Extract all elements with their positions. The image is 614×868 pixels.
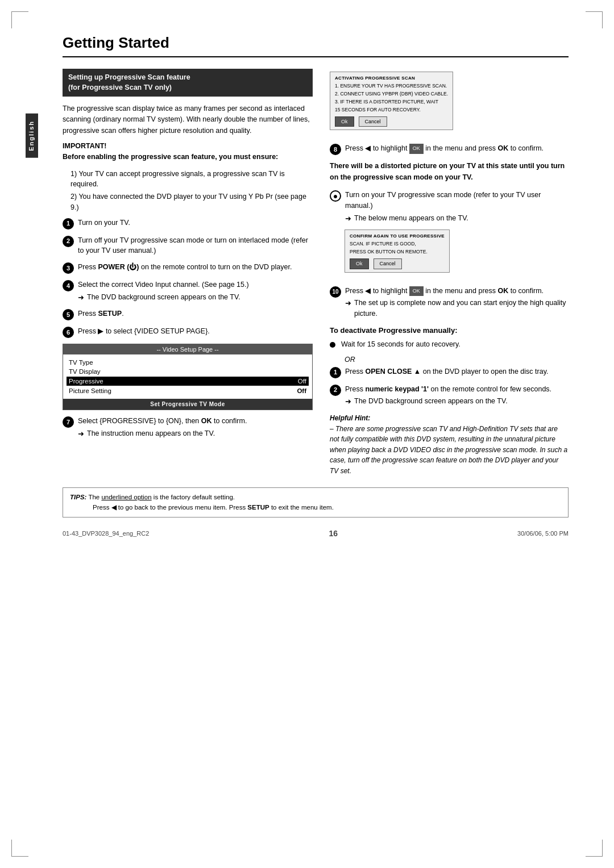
step-3-content: Press POWER (⏻) on the remote control to…: [78, 262, 313, 273]
screen2-line2: PRESS OK BUTTON ON REMOTE.: [350, 249, 445, 256]
right-step-8: 8 Press ◀ to highlight OK in the menu an…: [330, 143, 569, 155]
corner-mark-br: [586, 840, 603, 857]
corner-mark-tl: [11, 11, 28, 28]
tips-line2: Press ◀ to go back to the previous menu …: [93, 504, 334, 511]
screen2-ok-btn: Ok: [350, 258, 369, 269]
hint-body: – There are some progressive scan TV and…: [330, 424, 569, 477]
footer-left: 01-43_DVP3028_94_eng_RC2: [63, 530, 149, 537]
step-num-3: 3: [63, 262, 74, 274]
screen1-line2: 2. CONNECT USING YPBPR (DBR) VIDEO CABLE…: [335, 91, 448, 98]
step-2: 2 Turn off your TV progressive scan mode…: [63, 235, 313, 257]
step-num-10: 10: [330, 286, 341, 298]
left-column: Setting up Progressive Scan feature (for…: [63, 69, 313, 476]
step-num-1: 1: [63, 218, 74, 229]
step-num-7: 7: [63, 416, 74, 428]
step-num-9-circle: ●: [330, 190, 341, 202]
screen1-cancel-btn: Cancel: [359, 116, 387, 127]
setup-row-progressive: ProgressiveOff: [67, 377, 309, 386]
important-item-2: 2) You have connected the DVD player to …: [70, 191, 313, 213]
screen2-line1: SCAN. IF PICTURE IS GOOD,: [350, 241, 445, 248]
step-10-content: Press ◀ to highlight OK in the menu and …: [345, 286, 569, 319]
step-1: 1 Turn on your TV.: [63, 218, 313, 229]
screen1-line4: 15 SECONDS FOR AUTO RECOVERY.: [335, 107, 448, 114]
helpful-hint: Helpful Hint: – There are some progressi…: [330, 413, 569, 477]
step-7-content: Select {PROGRESSIVE} to {ON}, then OK to…: [78, 416, 313, 439]
deactivate-step-num-2: 2: [330, 385, 341, 396]
sidebar-english-label: English: [26, 114, 38, 158]
footer-right: 30/06/06, 5:00 PM: [517, 530, 569, 537]
bold-warning: There will be a distorted picture on you…: [330, 161, 569, 183]
step-num-2: 2: [63, 236, 74, 247]
setup-row-tvdisplay: TV Display: [69, 367, 306, 376]
step-6-content: Press ▶ to select {VIDEO SETUP PAGE}.: [78, 326, 313, 337]
deactivate-step-1: 1 Press OPEN CLOSE ▲ on the DVD player t…: [330, 366, 569, 378]
screen2-buttons: Ok Cancel: [350, 258, 445, 269]
tips-box: TIPS: The underlined option is the facto…: [63, 487, 569, 518]
step-8-content: Press ◀ to highlight OK in the menu and …: [345, 143, 569, 154]
setup-row-picture: Picture SettingOff: [69, 386, 306, 395]
section-header: Setting up Progressive Scan feature (for…: [63, 69, 313, 97]
corner-mark-bl: [11, 840, 28, 857]
important-item-1: 1) Your TV can accept progressive signal…: [70, 169, 313, 190]
corner-mark-tr: [586, 11, 603, 28]
step-num-5: 5: [63, 309, 74, 320]
right-step-9: ● Turn on your TV progressive scan mode …: [330, 190, 569, 224]
important-bold: Before enabling the progressive scan fea…: [63, 152, 313, 162]
step-7: 7 Select {PROGRESSIVE} to {ON}, then OK …: [63, 416, 313, 439]
right-step-10: 10 Press ◀ to highlight OK in the menu a…: [330, 286, 569, 319]
setup-box: -- Video Setup Page -- TV Type TV Displa…: [63, 344, 313, 410]
page-title: Getting Started: [63, 34, 569, 57]
screen1-container: ACTIVATING PROGRESSIVE SCAN 1. ENSURE YO…: [330, 72, 569, 135]
step-2-content: Turn off your TV progressive scan mode o…: [78, 235, 313, 257]
hint-title: Helpful Hint:: [330, 413, 569, 424]
deactivate-title: To deactivate Progressive manually:: [330, 326, 569, 335]
screen1-title: ACTIVATING PROGRESSIVE SCAN: [335, 75, 448, 81]
deactivate-step-num-1: 1: [330, 367, 341, 378]
page-footer: 01-43_DVP3028_94_eng_RC2 16 30/06/06, 5:…: [63, 529, 569, 538]
setup-box-header: -- Video Setup Page --: [63, 344, 312, 354]
step-num-6: 6: [63, 327, 74, 338]
screen1-line3: 3. IF THERE IS A DISTORTED PICTURE, WAIT: [335, 99, 448, 106]
setup-box-footer: Set Progressive TV Mode: [63, 399, 312, 410]
important-label: IMPORTANT!: [63, 142, 313, 150]
deactivate-step-2-content: Press numeric keypad '1' on the remote c…: [345, 384, 569, 407]
step-4: 4 Select the correct Video Input channel…: [63, 279, 313, 303]
step-num-8: 8: [330, 144, 341, 155]
important-list: 1) Your TV can accept progressive signal…: [70, 169, 313, 213]
ok-btn-inline-10: OK: [409, 286, 424, 297]
step-4-content: Select the correct Video Input channel. …: [78, 279, 313, 303]
deactivate-step-2: 2 Press numeric keypad '1' on the remote…: [330, 384, 569, 407]
setup-row-tvtype: TV Type: [69, 358, 306, 367]
step-5: 5 Press SETUP.: [63, 308, 313, 320]
step-9-content: Turn on your TV progressive scan mode (r…: [345, 190, 569, 224]
step-1-content: Turn on your TV.: [78, 218, 313, 228]
screen2-image: CONFIRM AGAIN TO USE PROGRESSIVE SCAN. I…: [345, 229, 450, 273]
step-num-4: 4: [63, 280, 74, 291]
intro-text: The progressive scan display twice as ma…: [63, 103, 313, 136]
footer-page-number: 16: [329, 529, 338, 538]
screen2-cancel-btn: Cancel: [374, 258, 402, 269]
deactivate-wait: Wait for 15 seconds for auto recovery.: [330, 339, 569, 350]
deactivate-step-1-content: Press OPEN CLOSE ▲ on the DVD player to …: [345, 366, 569, 377]
step-3: 3 Press POWER (⏻) on the remote control …: [63, 262, 313, 274]
tips-label: TIPS:: [70, 494, 86, 500]
setup-box-body: TV Type TV Display ProgressiveOff Pictur…: [63, 354, 312, 399]
bullet-wait: [330, 342, 335, 348]
screen2-container: CONFIRM AGAIN TO USE PROGRESSIVE SCAN. I…: [345, 229, 569, 277]
screen2-title: CONFIRM AGAIN TO USE PROGRESSIVE: [350, 233, 445, 239]
screen1-image: ACTIVATING PROGRESSIVE SCAN 1. ENSURE YO…: [330, 72, 453, 130]
screen1-line1: 1. ENSURE YOUR TV HAS PROGRESSIVE SCAN.: [335, 83, 448, 90]
step-6: 6 Press ▶ to select {VIDEO SETUP PAGE}.: [63, 326, 313, 338]
step-5-content: Press SETUP.: [78, 308, 313, 319]
wait-content: Wait for 15 seconds for auto recovery.: [341, 339, 569, 350]
or-separator: OR: [345, 356, 569, 364]
tips-line1: The underlined option is the factory def…: [88, 494, 235, 500]
screen1-ok-btn: Ok: [335, 116, 354, 127]
ok-btn-inline-8: OK: [409, 144, 424, 154]
right-column: ACTIVATING PROGRESSIVE SCAN 1. ENSURE YO…: [330, 69, 569, 476]
screen1-buttons: Ok Cancel: [335, 116, 448, 127]
